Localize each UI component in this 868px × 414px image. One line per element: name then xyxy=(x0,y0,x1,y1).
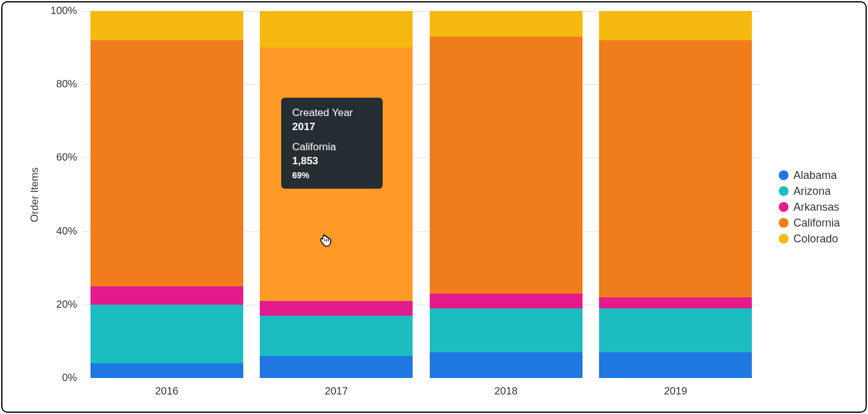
bar-segment[interactable] xyxy=(599,297,752,308)
tooltip-series-pct: 69% xyxy=(292,170,372,181)
y-tick-label: 80% xyxy=(56,78,77,90)
legend-label: California xyxy=(793,215,840,231)
bar-segment[interactable] xyxy=(430,11,583,37)
legend-item[interactable]: California xyxy=(779,215,840,231)
bar-segment[interactable] xyxy=(260,316,413,356)
x-tick-label: 2016 xyxy=(155,385,178,398)
bar-segment[interactable] xyxy=(430,352,583,378)
bar-segment[interactable] xyxy=(599,308,752,352)
legend-swatch xyxy=(779,234,789,244)
bar-segment[interactable] xyxy=(599,40,752,297)
y-tick-label: 100% xyxy=(51,5,77,17)
legend-label: Arizona xyxy=(793,183,831,199)
legend-label: Colorado xyxy=(793,231,838,247)
tooltip-series-label: California xyxy=(292,140,372,154)
x-tick-label: 2018 xyxy=(495,385,518,398)
bar-segment[interactable] xyxy=(430,37,583,294)
bars-area[interactable] xyxy=(82,11,760,378)
bar-segment[interactable] xyxy=(260,301,413,316)
bar-segment[interactable] xyxy=(90,286,243,305)
bar-segment[interactable] xyxy=(90,305,243,363)
legend-swatch xyxy=(779,202,789,212)
tooltip-field-value: 2017 xyxy=(292,120,372,134)
tooltip-series-value: 1,853 xyxy=(292,154,372,169)
bar-segment[interactable] xyxy=(260,356,413,378)
tooltip-field-label: Created Year xyxy=(292,106,372,120)
y-tick-label: 0% xyxy=(62,372,77,384)
bar-segment[interactable] xyxy=(90,40,243,286)
bar-group[interactable] xyxy=(260,11,413,378)
bar-segment[interactable] xyxy=(599,11,752,40)
y-tick-label: 20% xyxy=(56,299,77,311)
legend-item[interactable]: Colorado xyxy=(779,231,840,247)
bar-segment[interactable] xyxy=(430,308,583,352)
bar-group[interactable] xyxy=(599,11,752,378)
bar-group[interactable] xyxy=(90,11,243,378)
bar-group[interactable] xyxy=(430,11,583,378)
x-tick-label: 2017 xyxy=(325,385,348,398)
bar-segment[interactable] xyxy=(90,11,243,40)
legend-item[interactable]: Arizona xyxy=(779,183,840,199)
bar-segment[interactable] xyxy=(90,363,243,378)
legend-item[interactable]: Arkansas xyxy=(779,199,840,215)
legend-label: Alabama xyxy=(793,167,837,183)
bar-segment[interactable] xyxy=(260,11,413,48)
legend: AlabamaArizonaArkansasCaliforniaColorado xyxy=(779,167,840,247)
y-tick-label: 60% xyxy=(56,151,77,164)
bar-segment[interactable] xyxy=(599,352,752,378)
x-tick-label: 2019 xyxy=(664,385,687,398)
y-axis-title: Order Items xyxy=(29,167,41,222)
y-tick-label: 40% xyxy=(56,225,77,238)
legend-swatch xyxy=(779,186,789,196)
chart-frame: Order Items 0%20%40%60%80%100% 201620172… xyxy=(1,1,867,413)
legend-item[interactable]: Alabama xyxy=(779,167,840,183)
tooltip: Created Year 2017 California 1,853 69% xyxy=(281,98,383,189)
bar-segment[interactable] xyxy=(430,294,583,308)
legend-swatch xyxy=(779,170,789,180)
legend-swatch xyxy=(779,218,789,228)
legend-label: Arkansas xyxy=(793,199,839,215)
